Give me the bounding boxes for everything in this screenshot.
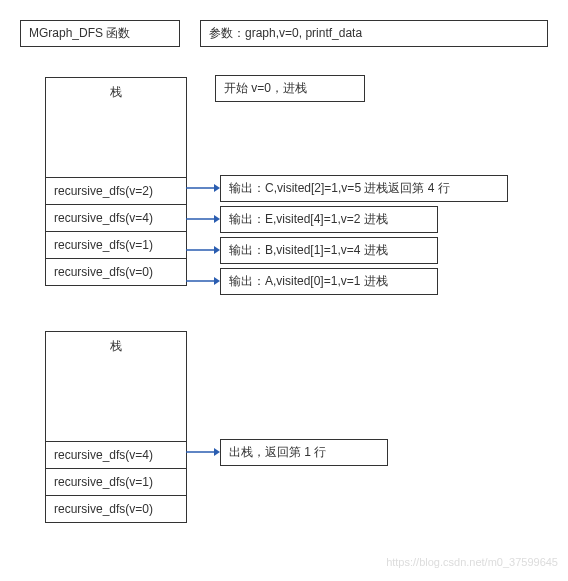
output-2-0: 出栈，返回第 1 行 [220,439,388,466]
stack-1-item-2: recursive_dfs(v=1) [46,231,186,258]
function-name-box: MGraph_DFS 函数 [20,20,180,47]
stack-2-item-0: recursive_dfs(v=4) [46,441,186,468]
stack-1-item-1: recursive_dfs(v=4) [46,204,186,231]
output-1-1-text: 输出：E,visited[4]=1,v=2 进栈 [229,212,388,226]
arrow-1-2 [186,244,220,245]
stack-1-title: 栈 [46,78,186,107]
output-1-2: 输出：B,visited[1]=1,v=4 进栈 [220,237,438,264]
arrow-1-0 [186,182,220,183]
stack-2-title: 栈 [46,332,186,361]
stack-1-empty [46,107,186,177]
params-box: 参数：graph,v=0, printf_data [200,20,548,47]
header-row: MGraph_DFS 函数 参数：graph,v=0, printf_data [20,20,548,47]
output-2-0-text: 出栈，返回第 1 行 [229,445,326,459]
stack-2: 栈 recursive_dfs(v=4) recursive_dfs(v=1) … [45,331,187,523]
stack-section-2: 栈 recursive_dfs(v=4) recursive_dfs(v=1) … [20,331,548,523]
arrow-1-3 [186,275,220,276]
arrow-1-1 [186,213,220,214]
stack-2-item-1: recursive_dfs(v=1) [46,468,186,495]
output-1-3: 输出：A,visited[0]=1,v=1 进栈 [220,268,438,295]
stack-1: 栈 recursive_dfs(v=2) recursive_dfs(v=4) … [45,77,187,286]
stack-2-item-2: recursive_dfs(v=0) [46,495,186,522]
output-1-3-text: 输出：A,visited[0]=1,v=1 进栈 [229,274,388,288]
stack-section-1: 栈 recursive_dfs(v=2) recursive_dfs(v=4) … [20,77,548,286]
params-text: 参数：graph,v=0, printf_data [209,26,362,40]
stack-1-item-3: recursive_dfs(v=0) [46,258,186,285]
output-1-2-text: 输出：B,visited[1]=1,v=4 进栈 [229,243,388,257]
function-name: MGraph_DFS 函数 [29,26,130,40]
output-1-0: 输出：C,visited[2]=1,v=5 进栈返回第 4 行 [220,175,508,202]
stack-1-item-0: recursive_dfs(v=2) [46,177,186,204]
output-1-1: 输出：E,visited[4]=1,v=2 进栈 [220,206,438,233]
arrow-2-0 [186,446,220,447]
watermark: https://blog.csdn.net/m0_37599645 [386,556,558,568]
stack-2-empty [46,361,186,441]
output-1-0-text: 输出：C,visited[2]=1,v=5 进栈返回第 4 行 [229,181,450,195]
